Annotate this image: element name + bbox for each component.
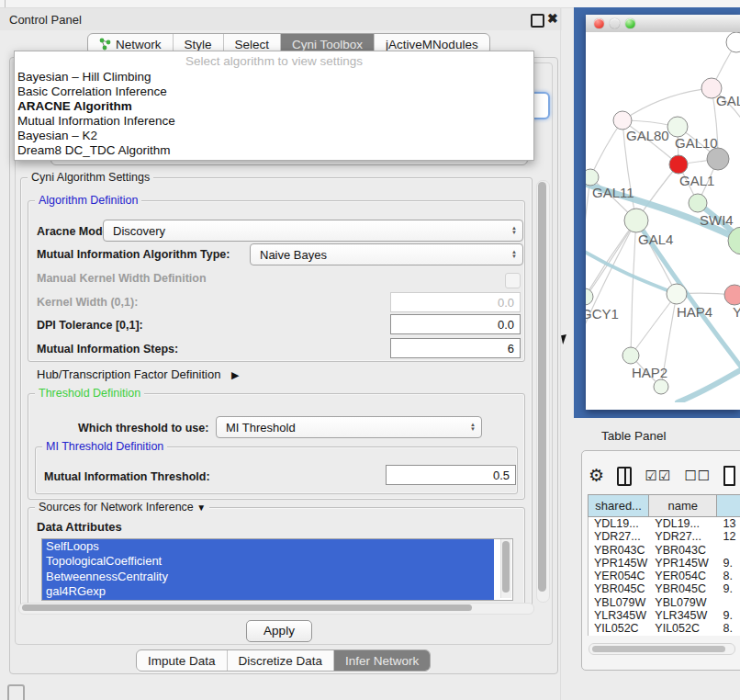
aracne-mode-value: Discovery	[113, 224, 165, 238]
network-node-gal1[interactable]	[669, 155, 688, 174]
column-header[interactable]	[717, 494, 740, 517]
network-node[interactable]	[654, 379, 668, 394]
close-icon[interactable]: ✖	[547, 11, 558, 26]
menu-item[interactable]: Basic Correlation Inference	[15, 85, 533, 99]
list-item[interactable]: TopologicalCoefficient	[42, 554, 494, 569]
network-edge[interactable]	[586, 220, 636, 340]
network-window-titlebar[interactable]	[586, 15, 740, 33]
table-cell: YBR045C	[589, 582, 649, 595]
table-cell: YBR045C	[649, 582, 717, 595]
network-desktop: GALGAL80GAL10GAL1GAL11SWI4GAL4GCY1HAP4YH…	[574, 7, 740, 424]
menu-item[interactable]: Bayesian – Hill Climbing	[15, 70, 533, 85]
manual-kernel-label: Manual Kernel Width Definition	[37, 272, 207, 285]
network-edge-thick[interactable]	[586, 248, 677, 294]
zoom-traffic-light-icon[interactable]	[625, 18, 635, 28]
aracne-mode-combo[interactable]: Discovery ▲▼	[103, 220, 523, 242]
table-cell: YDL19...	[589, 517, 649, 530]
mouse-cursor	[561, 333, 572, 344]
panel-divider	[560, 7, 561, 700]
close-traffic-light-icon[interactable]	[594, 18, 604, 28]
network-node-gal4[interactable]	[624, 209, 648, 232]
node-label: GAL80	[626, 128, 669, 143]
document-icon[interactable]	[723, 466, 735, 486]
network-node-gal80[interactable]	[613, 111, 632, 130]
tab-discretize-data[interactable]: Discretize Data	[228, 650, 335, 671]
which-threshold-combo[interactable]: MI Threshold ▲▼	[216, 416, 482, 438]
minimize-traffic-light-icon[interactable]	[610, 18, 620, 28]
table-horizontal-scrollbar-thumb[interactable]	[592, 646, 725, 652]
apply-button[interactable]: Apply	[246, 620, 312, 642]
network-node[interactable]	[707, 148, 729, 170]
manual-kernel-checkbox[interactable]	[505, 273, 521, 288]
algorithm-definition-legend: Algorithm Definition	[35, 195, 141, 207]
menu-item[interactable]: Dream8 DC_TDC Algorithm	[15, 143, 533, 158]
list-item[interactable]: gal4RGexp	[42, 584, 494, 599]
table-panel-title: Table Panel	[601, 429, 667, 443]
deselect-all-checkbox-icon[interactable]: ☐☐	[684, 468, 711, 484]
table-row[interactable]: YPR145WYPR145W9.	[589, 557, 740, 570]
menu-item[interactable]: Mutual Information Inference	[15, 114, 533, 129]
table-row[interactable]: YER054CYER054C8.	[589, 570, 740, 582]
tab-impute-data[interactable]: Impute Data	[137, 650, 228, 671]
table-row[interactable]: YBR043CYBR043C	[589, 544, 740, 557]
network-node-swi4[interactable]	[689, 194, 707, 212]
network-node-gal11[interactable]	[586, 169, 599, 186]
settings-horizontal-scrollbar-thumb[interactable]	[22, 604, 472, 611]
table-row[interactable]: YIL052CYIL052C8.	[589, 622, 740, 635]
table-cell: 8.	[717, 570, 740, 582]
network-node-y[interactable]	[724, 285, 740, 305]
table-row[interactable]: YDR27...YDR27...12	[589, 530, 740, 543]
tab-label: Infer Network	[345, 654, 419, 668]
network-edge[interactable]	[622, 88, 712, 120]
table-row[interactable]: YBL079WYBL079W	[589, 596, 740, 609]
select-all-checkbox-icon[interactable]: ☑☑	[645, 468, 671, 484]
minimized-panel-icon[interactable]	[7, 684, 25, 700]
attributes-vertical-scrollbar-thumb[interactable]	[502, 541, 510, 593]
network-edge[interactable]	[631, 294, 677, 356]
float-window-icon[interactable]	[531, 14, 544, 28]
table-row[interactable]: YBR045CYBR045C9.	[589, 582, 740, 595]
hub-definition-toggle[interactable]: Hub/Transcription Factor Definition ▶	[37, 367, 239, 381]
data-attributes-label: Data Attributes	[37, 520, 122, 534]
dropdown-item-list: Bayesian – Hill ClimbingBasic Correlatio…	[15, 70, 533, 158]
mi-type-combo[interactable]: Naive Bayes ▲▼	[250, 243, 523, 265]
node-label: GAL4	[638, 231, 673, 247]
gear-icon[interactable]: ⚙	[589, 467, 604, 485]
sources-legend[interactable]: Sources for Network Inference ▼	[35, 502, 209, 514]
mi-type-value: Naive Bayes	[260, 248, 327, 262]
network-edge[interactable]	[590, 120, 622, 177]
table-cell: YBR043C	[589, 544, 649, 557]
network-node[interactable]	[726, 32, 740, 52]
network-node-hap4[interactable]	[667, 284, 687, 304]
table-cell: YBL079W	[589, 596, 649, 609]
tab-infer-network[interactable]: Infer Network	[334, 650, 430, 671]
mi-type-label: Mutual Information Algorithm Type:	[37, 248, 230, 261]
kernel-width-field[interactable]: 0.0	[390, 292, 521, 312]
network-edge[interactable]	[631, 220, 636, 356]
mi-steps-field[interactable]: 6	[390, 338, 521, 358]
collapse-right-icon: ▶	[231, 369, 239, 380]
table-cell: YBR043C	[649, 544, 717, 557]
data-attributes-list[interactable]: SelfLoopsTopologicalCoefficientBetweenne…	[41, 538, 513, 601]
table-cell: 8.	[717, 622, 740, 635]
columns-icon[interactable]	[617, 467, 632, 486]
table-toolbar: ⚙ ☑☑ ☐☐	[589, 462, 735, 490]
list-item[interactable]: SelfLoops	[42, 539, 494, 554]
network-node-hap2[interactable]	[622, 347, 639, 364]
column-header[interactable]: shared...	[588, 494, 649, 517]
table-cell: YPR145W	[649, 557, 717, 570]
node-attribute-table: shared...name YDL19...YDL19...13YDR27...…	[588, 494, 740, 636]
network-edge-thick[interactable]	[678, 368, 740, 402]
network-canvas[interactable]: GALGAL80GAL10GAL1GAL11SWI4GAL4GCY1HAP4YH…	[586, 32, 740, 402]
mi-threshold-field[interactable]: 0.5	[386, 465, 516, 485]
network-node-gcy1[interactable]	[586, 288, 593, 305]
menu-item[interactable]: ARACNE Algorithm	[15, 99, 533, 114]
list-item[interactable]: BetweennessCentrality	[42, 570, 494, 584]
column-header[interactable]: name	[649, 494, 717, 517]
dpi-tolerance-field[interactable]: 0.0	[390, 314, 521, 334]
table-row[interactable]: YLR345WYLR345W9.	[589, 609, 740, 622]
menu-item[interactable]: Bayesian – K2	[15, 129, 533, 143]
table-row[interactable]: YDL19...YDL19...13	[589, 517, 740, 530]
network-node-gal10[interactable]	[667, 117, 688, 137]
settings-vertical-scrollbar-thumb[interactable]	[538, 182, 546, 592]
